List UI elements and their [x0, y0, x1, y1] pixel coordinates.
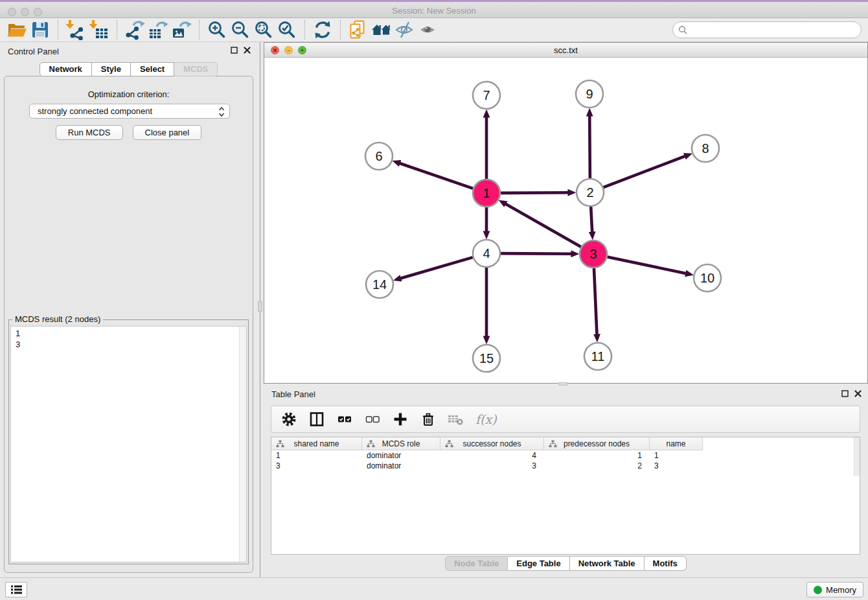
zoom-out-button[interactable] [229, 19, 252, 41]
search-input[interactable] [691, 25, 861, 35]
table-settings-button[interactable] [280, 411, 297, 428]
tab-select[interactable]: Select [131, 62, 174, 76]
float-panel-icon[interactable] [231, 47, 238, 54]
hierarchy-icon [367, 440, 375, 448]
tab-network[interactable]: Network [40, 62, 92, 76]
result-scrollbar[interactable] [239, 327, 246, 562]
clone-network-icon [348, 19, 369, 40]
edge-2-8[interactable] [604, 156, 685, 187]
edge-3-1[interactable] [506, 204, 581, 247]
tab-mcds[interactable]: MCDS [174, 62, 218, 76]
optimization-criterion-label: Optimization criterion: [5, 89, 253, 99]
table-cell[interactable]: 3 [650, 461, 703, 472]
network-title: scc.txt [264, 45, 867, 55]
fx-icon: f(x) [475, 412, 497, 426]
tab-edge-table[interactable]: Edge Table [508, 556, 569, 571]
table-scrollbar[interactable] [854, 437, 860, 476]
run-mcds-button[interactable]: Run MCDS [56, 125, 123, 140]
memory-button[interactable]: Memory [806, 582, 863, 597]
cytoscape-app: Session: New Session [0, 0, 868, 600]
export-table-button[interactable] [146, 19, 170, 41]
close-panel-icon[interactable] [244, 47, 251, 54]
table-row[interactable]: 1dominator411 [271, 451, 860, 461]
function-builder-button[interactable]: f(x) [475, 411, 497, 428]
column-header-predecessor-nodes[interactable]: predecessor nodes [544, 437, 650, 450]
table-cell[interactable]: 3 [440, 461, 544, 472]
table-panel-title: Table Panel [271, 389, 315, 399]
task-history-button[interactable] [5, 582, 27, 597]
edge-4-3[interactable] [501, 253, 571, 254]
table-panel-tabs: Node TableEdge TableNetwork TableMotifs [264, 556, 868, 571]
first-neighbors-button[interactable] [370, 19, 393, 41]
tab-network-table[interactable]: Network Table [570, 556, 645, 571]
network-graph[interactable]: 7968124314101511 [264, 58, 867, 383]
export-image-button[interactable] [170, 19, 193, 41]
tab-motifs[interactable]: Motifs [645, 556, 687, 571]
zoom-fit-button[interactable] [252, 19, 275, 41]
edge-1-6[interactable] [400, 163, 473, 189]
edge-4-14[interactable] [401, 257, 473, 278]
select-all-columns-button[interactable] [336, 411, 353, 428]
node-label-1: 1 [483, 186, 490, 200]
network-view-window: ✕ − + scc.txt 7968124314101511 [264, 42, 868, 384]
refresh-layout-button[interactable] [311, 19, 334, 41]
table-cell[interactable]: 2 [544, 461, 650, 472]
table-cell[interactable]: 1 [650, 451, 703, 461]
edge-2-3[interactable] [591, 207, 592, 232]
table-cell[interactable]: 1 [271, 451, 362, 461]
table-cell[interactable]: 4 [440, 451, 544, 461]
eye-slash-icon [394, 19, 415, 40]
column-header-MCDS-role[interactable]: MCDS role [362, 437, 440, 450]
zoom-selected-icon [277, 19, 297, 40]
show-all-button[interactable] [417, 19, 440, 41]
network-canvas[interactable]: 7968124314101511 [264, 58, 867, 383]
column-header-name[interactable]: name [650, 437, 703, 450]
delete-table-button[interactable] [448, 411, 464, 428]
table-cell[interactable]: 1 [544, 451, 650, 461]
main-toolbar [0, 18, 868, 42]
table-row[interactable]: 3dominator323 [271, 461, 860, 472]
import-table-button[interactable] [87, 19, 111, 41]
edge-1-2[interactable] [501, 192, 568, 193]
hierarchy-icon [445, 440, 453, 448]
table-cell[interactable]: dominator [362, 461, 440, 472]
network-window-titlebar[interactable]: ✕ − + scc.txt [264, 43, 867, 58]
vertical-splitter[interactable] [257, 42, 264, 577]
unchecked-boxes-icon [365, 411, 380, 427]
node-label-4: 4 [483, 246, 490, 260]
node-label-10: 10 [700, 271, 714, 285]
save-session-button[interactable] [29, 19, 52, 41]
delete-table-icon [448, 411, 464, 427]
close-panel-icon[interactable] [854, 390, 862, 397]
zoom-fit-icon [253, 19, 274, 40]
node-label-7: 7 [483, 88, 490, 102]
import-network-button[interactable] [64, 19, 87, 41]
tab-style[interactable]: Style [92, 62, 131, 76]
edge-3-10[interactable] [608, 257, 686, 273]
float-panel-icon[interactable] [841, 390, 849, 397]
edge-2-9[interactable] [589, 116, 590, 178]
close-panel-button[interactable]: Close panel [133, 125, 202, 140]
tab-node-table[interactable]: Node Table [445, 556, 508, 571]
zoom-in-button[interactable] [205, 19, 229, 41]
edge-3-11[interactable] [594, 268, 597, 334]
node-label-11: 11 [591, 349, 605, 363]
open-folder-icon [6, 19, 27, 40]
search-box[interactable] [672, 21, 862, 38]
add-column-button[interactable] [392, 411, 409, 428]
table-cell[interactable]: dominator [362, 451, 440, 461]
splitter-grip[interactable] [258, 301, 262, 312]
export-network-button[interactable] [123, 19, 146, 41]
open-session-button[interactable] [5, 19, 29, 41]
delete-column-button[interactable] [420, 411, 437, 428]
clone-network-button[interactable] [347, 19, 370, 41]
column-layout-button[interactable] [308, 411, 325, 428]
hide-selected-button[interactable] [393, 19, 417, 41]
deselect-all-columns-button[interactable] [364, 411, 381, 428]
criterion-dropdown[interactable]: strongly connected component [29, 104, 230, 119]
column-header-shared-name[interactable]: shared name [271, 437, 362, 450]
column-header-successor-nodes[interactable]: successor nodes [440, 437, 544, 450]
mcds-result-list[interactable]: 13 [10, 326, 247, 562]
table-cell[interactable]: 3 [271, 461, 362, 472]
zoom-selected-button[interactable] [275, 19, 299, 41]
